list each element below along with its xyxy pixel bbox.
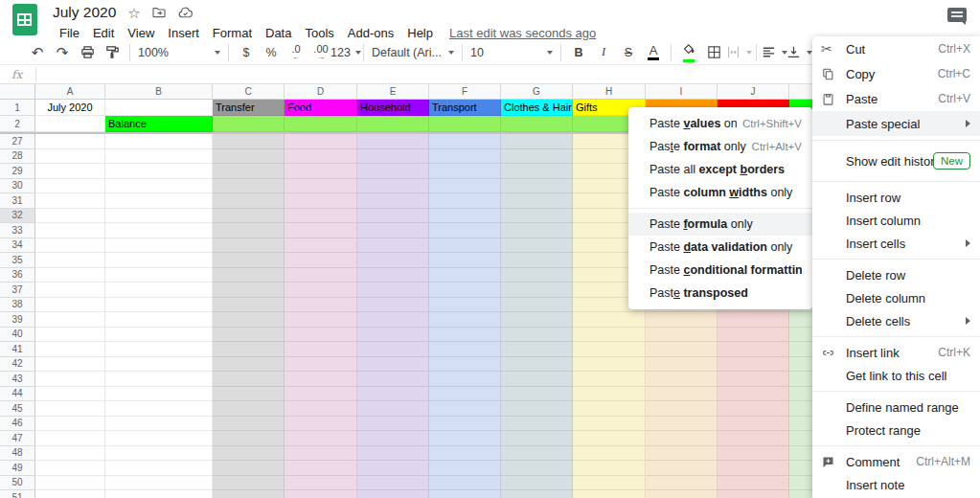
cell-G51[interactable]: [501, 490, 573, 498]
cell-F1[interactable]: Transport: [429, 100, 501, 116]
undo-button[interactable]: ↶: [25, 41, 50, 64]
cell-I40[interactable]: [646, 328, 718, 343]
cell-B48[interactable]: [105, 446, 213, 462]
cell-G35[interactable]: [501, 253, 573, 268]
cell-A27[interactable]: [35, 134, 105, 149]
row-header-41[interactable]: 41: [0, 342, 35, 357]
cell-C48[interactable]: [213, 446, 285, 462]
submenu-item-paste-column-widths-only[interactable]: Paste column widths only: [628, 181, 812, 204]
menu-tools[interactable]: Tools: [298, 24, 340, 42]
cell-E39[interactable]: [357, 312, 429, 328]
cell-C29[interactable]: [213, 164, 285, 179]
decrease-decimal-button[interactable]: .0←: [284, 41, 308, 64]
cell-C42[interactable]: [213, 357, 285, 373]
cell-J41[interactable]: [718, 342, 789, 357]
horizontal-align-button[interactable]: [762, 41, 786, 64]
cell-B36[interactable]: [105, 268, 213, 283]
cell-D35[interactable]: [285, 253, 357, 268]
cell-E48[interactable]: [357, 446, 429, 462]
submenu-item-paste-formula-only[interactable]: Paste formula only: [628, 213, 812, 236]
cell-F31[interactable]: [429, 193, 501, 209]
cell-G2[interactable]: [501, 116, 573, 132]
menu-edit[interactable]: Edit: [86, 24, 121, 42]
cell-B51[interactable]: [105, 490, 213, 498]
italic-button[interactable]: I: [591, 41, 616, 64]
cell-E29[interactable]: [357, 164, 429, 179]
cloud-saved-icon[interactable]: [177, 5, 194, 21]
cell-E1[interactable]: Household: [357, 100, 429, 116]
menu-view[interactable]: View: [121, 24, 161, 42]
cell-E37[interactable]: [357, 283, 429, 298]
cell-A39[interactable]: [35, 312, 105, 328]
row-header-44[interactable]: 44: [0, 387, 35, 402]
cell-F46[interactable]: [429, 417, 501, 432]
cell-I51[interactable]: [646, 490, 718, 498]
cell-E36[interactable]: [357, 268, 429, 283]
cell-B46[interactable]: [105, 417, 213, 432]
cell-B1[interactable]: [105, 100, 213, 116]
cell-A35[interactable]: [35, 253, 105, 268]
cell-H40[interactable]: [573, 328, 646, 343]
cell-D36[interactable]: [285, 268, 357, 283]
cell-B34[interactable]: [105, 238, 213, 254]
cell-B41[interactable]: [105, 342, 213, 357]
context-menu-item-insert-row[interactable]: Insert row: [812, 186, 980, 209]
cell-C35[interactable]: [213, 253, 285, 268]
cell-C1[interactable]: Transfer: [213, 100, 285, 116]
cell-A37[interactable]: [35, 283, 105, 298]
cell-D2[interactable]: [285, 116, 357, 132]
cell-E41[interactable]: [357, 342, 429, 357]
cell-H46[interactable]: [573, 417, 646, 432]
cell-H49[interactable]: [573, 461, 646, 476]
row-header-32[interactable]: 32: [0, 209, 35, 224]
cell-G39[interactable]: [501, 312, 573, 328]
cell-D29[interactable]: [285, 164, 357, 179]
cell-E31[interactable]: [357, 193, 429, 209]
cell-J48[interactable]: [718, 446, 789, 462]
cell-D42[interactable]: [285, 357, 357, 373]
document-title[interactable]: July 2020: [53, 4, 116, 21]
cell-C2[interactable]: [213, 116, 285, 132]
cell-D40[interactable]: [285, 328, 357, 343]
column-header-E[interactable]: E: [357, 84, 429, 100]
cell-D34[interactable]: [285, 238, 357, 254]
row-header-33[interactable]: 33: [0, 223, 35, 238]
cell-D27[interactable]: [285, 134, 357, 149]
row-header-38[interactable]: 38: [0, 298, 35, 313]
context-menu-item-get-link-to-cell[interactable]: Get link to this cell: [812, 364, 980, 387]
cell-D28[interactable]: [285, 149, 357, 165]
row-header-51[interactable]: 51: [0, 490, 35, 498]
cell-D32[interactable]: [285, 209, 357, 224]
cell-I46[interactable]: [646, 417, 718, 432]
cell-A47[interactable]: [35, 431, 105, 446]
menu-data[interactable]: Data: [259, 24, 298, 42]
cell-I47[interactable]: [646, 431, 718, 446]
cell-A33[interactable]: [35, 223, 105, 238]
context-menu-item-define-named-range[interactable]: Define named range: [812, 396, 980, 419]
row-header-2[interactable]: 2: [0, 116, 35, 132]
cell-A42[interactable]: [35, 357, 105, 373]
cell-F27[interactable]: [429, 134, 501, 149]
cell-H41[interactable]: [573, 342, 646, 357]
context-menu-item-paste[interactable]: PasteCtrl+V: [812, 86, 980, 111]
submenu-item-paste-all-except-borders[interactable]: Paste all except borders: [628, 158, 812, 181]
cell-F42[interactable]: [429, 357, 501, 373]
cell-F51[interactable]: [429, 490, 501, 498]
cell-B35[interactable]: [105, 253, 213, 268]
select-all-corner[interactable]: [0, 84, 35, 100]
cell-D51[interactable]: [285, 490, 357, 498]
cell-C28[interactable]: [213, 149, 285, 165]
context-menu-item-protect-range[interactable]: Protect range: [812, 419, 980, 441]
cell-B31[interactable]: [105, 193, 213, 209]
cell-A51[interactable]: [35, 490, 105, 498]
submenu-item-paste-format-only[interactable]: Paste format onlyCtrl+Alt+V: [628, 135, 812, 158]
cell-A41[interactable]: [35, 342, 105, 357]
cell-G43[interactable]: [501, 372, 573, 387]
cell-A30[interactable]: [35, 179, 105, 194]
cell-G42[interactable]: [501, 357, 573, 373]
cell-A44[interactable]: [35, 387, 105, 402]
cell-E28[interactable]: [357, 149, 429, 165]
cell-G49[interactable]: [501, 461, 573, 476]
cell-C32[interactable]: [213, 209, 285, 224]
cell-I50[interactable]: [646, 476, 718, 491]
